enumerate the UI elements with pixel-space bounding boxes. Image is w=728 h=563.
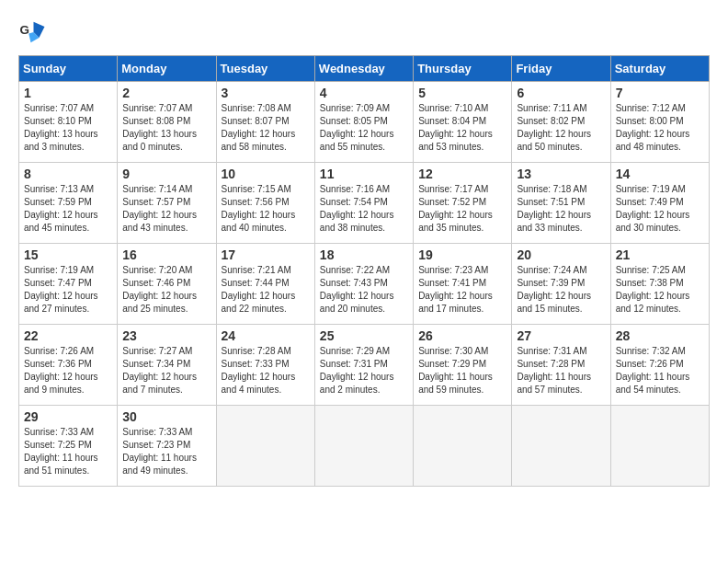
day-number: 25 — [320, 328, 408, 343]
cell-details: Sunrise: 7:33 AMSunset: 7:23 PMDaylight:… — [122, 426, 210, 477]
cell-details: Sunrise: 7:21 AMSunset: 7:44 PMDaylight:… — [222, 264, 310, 316]
cell-details: Sunrise: 7:23 AMSunset: 7:41 PMDaylight:… — [418, 264, 506, 316]
cell-details: Sunrise: 7:22 AMSunset: 7:43 PMDaylight:… — [320, 264, 408, 316]
page-header: G — [18, 18, 710, 46]
calendar-row: 1Sunrise: 7:07 AMSunset: 8:10 PMDaylight… — [19, 82, 710, 163]
day-number: 24 — [222, 328, 310, 343]
cell-details: Sunrise: 7:31 AMSunset: 7:28 PMDaylight:… — [517, 345, 605, 396]
calendar-row: 8Sunrise: 7:13 AMSunset: 7:59 PMDaylight… — [19, 163, 710, 244]
calendar-header: Sunday Monday Tuesday Wednesday Thursday… — [19, 56, 710, 82]
calendar-cell: 26Sunrise: 7:30 AMSunset: 7:29 PMDayligh… — [414, 325, 512, 406]
cell-details: Sunrise: 7:09 AMSunset: 8:05 PMDaylight:… — [320, 102, 408, 154]
cell-details: Sunrise: 7:27 AMSunset: 7:34 PMDaylight:… — [122, 345, 210, 396]
day-number: 5 — [418, 86, 506, 100]
day-number: 21 — [616, 247, 704, 262]
calendar-cell: 22Sunrise: 7:26 AMSunset: 7:36 PMDayligh… — [19, 325, 118, 406]
day-number: 2 — [122, 86, 210, 100]
cell-details: Sunrise: 7:18 AMSunset: 7:51 PMDaylight:… — [517, 183, 605, 235]
cell-details: Sunrise: 7:33 AMSunset: 7:25 PMDaylight:… — [24, 426, 112, 477]
cell-details: Sunrise: 7:29 AMSunset: 7:31 PMDaylight:… — [320, 345, 408, 396]
header-row: Sunday Monday Tuesday Wednesday Thursday… — [19, 56, 710, 82]
day-number: 22 — [24, 328, 112, 343]
day-number: 19 — [418, 247, 506, 262]
calendar-table: Sunday Monday Tuesday Wednesday Thursday… — [18, 55, 710, 487]
cell-details: Sunrise: 7:25 AMSunset: 7:38 PMDaylight:… — [616, 264, 704, 316]
cell-details: Sunrise: 7:08 AMSunset: 8:07 PMDaylight:… — [222, 102, 310, 154]
calendar-cell: 20Sunrise: 7:24 AMSunset: 7:39 PMDayligh… — [512, 244, 610, 325]
calendar-cell: 9Sunrise: 7:14 AMSunset: 7:57 PMDaylight… — [118, 163, 216, 244]
calendar-cell: 11Sunrise: 7:16 AMSunset: 7:54 PMDayligh… — [314, 163, 413, 244]
logo-icon: G — [18, 18, 46, 46]
calendar-cell: 23Sunrise: 7:27 AMSunset: 7:34 PMDayligh… — [118, 325, 216, 406]
calendar-cell: 2Sunrise: 7:07 AMSunset: 8:08 PMDaylight… — [118, 82, 216, 163]
day-number: 11 — [320, 167, 408, 181]
calendar-cell: 10Sunrise: 7:15 AMSunset: 7:56 PMDayligh… — [216, 163, 314, 244]
calendar-cell: 27Sunrise: 7:31 AMSunset: 7:28 PMDayligh… — [512, 325, 610, 406]
col-saturday: Saturday — [610, 56, 709, 82]
day-number: 12 — [418, 167, 506, 181]
calendar-cell: 25Sunrise: 7:29 AMSunset: 7:31 PMDayligh… — [314, 325, 413, 406]
calendar-cell — [216, 406, 314, 487]
cell-details: Sunrise: 7:19 AMSunset: 7:47 PMDaylight:… — [24, 264, 112, 316]
calendar-cell: 18Sunrise: 7:22 AMSunset: 7:43 PMDayligh… — [314, 244, 413, 325]
calendar-cell: 21Sunrise: 7:25 AMSunset: 7:38 PMDayligh… — [610, 244, 709, 325]
cell-details: Sunrise: 7:30 AMSunset: 7:29 PMDaylight:… — [418, 345, 506, 396]
calendar-cell: 15Sunrise: 7:19 AMSunset: 7:47 PMDayligh… — [19, 244, 118, 325]
day-number: 27 — [517, 328, 605, 343]
calendar-cell: 1Sunrise: 7:07 AMSunset: 8:10 PMDaylight… — [19, 82, 118, 163]
calendar-row: 22Sunrise: 7:26 AMSunset: 7:36 PMDayligh… — [19, 325, 710, 406]
cell-details: Sunrise: 7:32 AMSunset: 7:26 PMDaylight:… — [616, 345, 704, 396]
day-number: 14 — [616, 167, 704, 181]
col-monday: Monday — [118, 56, 216, 82]
day-number: 8 — [24, 167, 112, 181]
day-number: 6 — [517, 86, 605, 100]
calendar-cell — [512, 406, 610, 487]
day-number: 23 — [122, 328, 210, 343]
day-number: 18 — [320, 247, 408, 262]
cell-details: Sunrise: 7:15 AMSunset: 7:56 PMDaylight:… — [222, 183, 310, 235]
cell-details: Sunrise: 7:16 AMSunset: 7:54 PMDaylight:… — [320, 183, 408, 235]
cell-details: Sunrise: 7:12 AMSunset: 8:00 PMDaylight:… — [616, 102, 704, 154]
day-number: 26 — [418, 328, 506, 343]
cell-details: Sunrise: 7:26 AMSunset: 7:36 PMDaylight:… — [24, 345, 112, 396]
col-wednesday: Wednesday — [314, 56, 413, 82]
col-sunday: Sunday — [19, 56, 118, 82]
cell-details: Sunrise: 7:28 AMSunset: 7:33 PMDaylight:… — [222, 345, 310, 396]
calendar-cell: 17Sunrise: 7:21 AMSunset: 7:44 PMDayligh… — [216, 244, 314, 325]
day-number: 1 — [24, 86, 112, 100]
calendar-cell: 28Sunrise: 7:32 AMSunset: 7:26 PMDayligh… — [610, 325, 709, 406]
day-number: 9 — [122, 167, 210, 181]
day-number: 15 — [24, 247, 112, 262]
col-thursday: Thursday — [414, 56, 512, 82]
col-tuesday: Tuesday — [216, 56, 314, 82]
cell-details: Sunrise: 7:07 AMSunset: 8:08 PMDaylight:… — [122, 102, 210, 154]
cell-details: Sunrise: 7:24 AMSunset: 7:39 PMDaylight:… — [517, 264, 605, 316]
cell-details: Sunrise: 7:10 AMSunset: 8:04 PMDaylight:… — [418, 102, 506, 154]
calendar-cell: 30Sunrise: 7:33 AMSunset: 7:23 PMDayligh… — [118, 406, 216, 487]
cell-details: Sunrise: 7:07 AMSunset: 8:10 PMDaylight:… — [24, 102, 112, 154]
cell-details: Sunrise: 7:11 AMSunset: 8:02 PMDaylight:… — [517, 102, 605, 154]
calendar-cell: 24Sunrise: 7:28 AMSunset: 7:33 PMDayligh… — [216, 325, 314, 406]
calendar-cell: 12Sunrise: 7:17 AMSunset: 7:52 PMDayligh… — [414, 163, 512, 244]
day-number: 13 — [517, 167, 605, 181]
day-number: 17 — [222, 247, 310, 262]
cell-details: Sunrise: 7:14 AMSunset: 7:57 PMDaylight:… — [122, 183, 210, 235]
col-friday: Friday — [512, 56, 610, 82]
calendar-cell — [610, 406, 709, 487]
day-number: 4 — [320, 86, 408, 100]
day-number: 16 — [122, 247, 210, 262]
day-number: 20 — [517, 247, 605, 262]
calendar-row: 29Sunrise: 7:33 AMSunset: 7:25 PMDayligh… — [19, 406, 710, 487]
logo: G — [18, 18, 51, 46]
calendar-cell: 7Sunrise: 7:12 AMSunset: 8:00 PMDaylight… — [610, 82, 709, 163]
day-number: 3 — [222, 86, 310, 100]
day-number: 10 — [222, 167, 310, 181]
calendar-row: 15Sunrise: 7:19 AMSunset: 7:47 PMDayligh… — [19, 244, 710, 325]
day-number: 28 — [616, 328, 704, 343]
cell-details: Sunrise: 7:20 AMSunset: 7:46 PMDaylight:… — [122, 264, 210, 316]
calendar-cell: 6Sunrise: 7:11 AMSunset: 8:02 PMDaylight… — [512, 82, 610, 163]
calendar-cell: 19Sunrise: 7:23 AMSunset: 7:41 PMDayligh… — [414, 244, 512, 325]
cell-details: Sunrise: 7:19 AMSunset: 7:49 PMDaylight:… — [616, 183, 704, 235]
cell-details: Sunrise: 7:17 AMSunset: 7:52 PMDaylight:… — [418, 183, 506, 235]
calendar-cell: 3Sunrise: 7:08 AMSunset: 8:07 PMDaylight… — [216, 82, 314, 163]
